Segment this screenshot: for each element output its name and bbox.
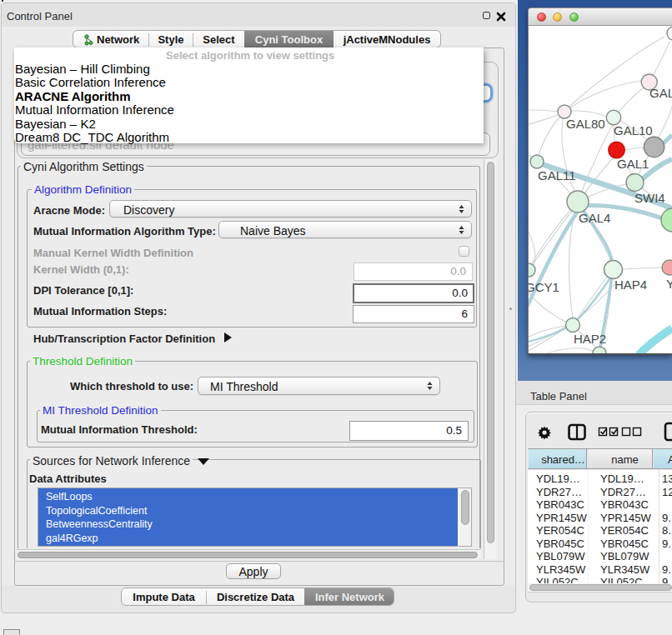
- svg-text:GAL80: GAL80: [566, 117, 605, 131]
- svg-text:GAL7: GAL7: [649, 86, 672, 100]
- svg-text:YM: YM: [666, 277, 672, 291]
- svg-text:HAP4: HAP4: [614, 278, 647, 292]
- svg-text:GAL1: GAL1: [617, 157, 649, 171]
- svg-text:SWI4: SWI4: [634, 191, 665, 205]
- svg-text:GAL11: GAL11: [538, 168, 576, 182]
- svg-text:GCY1: GCY1: [529, 280, 559, 294]
- svg-text:GAL10: GAL10: [614, 123, 653, 138]
- svg-text:HAP2: HAP2: [574, 332, 606, 346]
- svg-text:GAL4: GAL4: [579, 211, 610, 225]
